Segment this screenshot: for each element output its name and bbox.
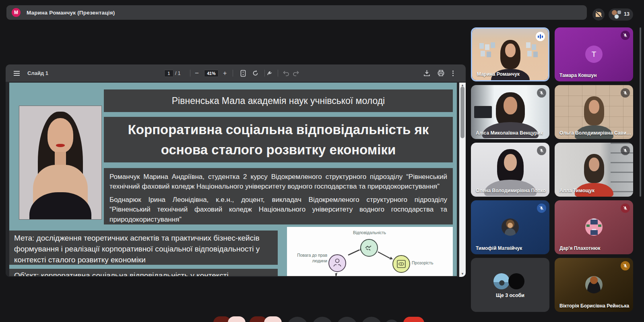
leave-call-button[interactable] [403, 317, 424, 322]
page-number-input[interactable]: 1 [164, 64, 173, 82]
avatar [585, 276, 603, 293]
zoom-level[interactable]: 41% [204, 64, 219, 82]
slide-title: Корпоративна соціальна відповідальність … [104, 117, 453, 162]
participant-tile-marina[interactable]: Марина Романчук [471, 27, 549, 81]
rotate-icon[interactable] [252, 64, 259, 82]
participant-tile-darya[interactable]: Дар'я Плахотнюк [555, 200, 633, 254]
more-options-icon[interactable] [452, 64, 454, 82]
participant-tile-victoria[interactable]: Вікторія Борисівна Рейнська [555, 258, 633, 312]
scrollbar-thumb[interactable] [460, 87, 464, 138]
slide-authors: Романчук Марина Андріївна, студентка 2 к… [104, 168, 453, 224]
viewer-body: Рівненська Мала академія наук учнівської… [6, 82, 466, 277]
participant-name: Аліса Миколаївна Венцурик [476, 130, 543, 136]
mic-muted-icon [621, 88, 630, 98]
presentation-off-icon [594, 10, 603, 19]
mic-muted-icon [537, 88, 546, 98]
more-participants-tile[interactable]: Ще 3 особи [471, 258, 549, 312]
mini-avatar [614, 14, 619, 19]
diagram-label-responsibility: Відповідальність [335, 230, 404, 235]
diagram-label-transparency: Прозорість [412, 260, 448, 265]
fit-page-icon[interactable] [240, 64, 246, 82]
slide-meta: Мета: дослідження теоретичних аспектів т… [9, 231, 278, 265]
zoom-out-button[interactable]: − [195, 64, 199, 82]
viewer-scrollbar[interactable]: ▲ ▼ [459, 83, 466, 277]
mic-muted-icon [621, 204, 630, 213]
stop-watching-button[interactable] [592, 8, 605, 21]
menu-icon[interactable] [14, 64, 20, 82]
avatar: T [585, 46, 603, 63]
participant-name: Тимофій Матвійчук [476, 245, 522, 251]
participant-name: Олена Володимирівна Попко [476, 188, 546, 193]
participant-name: Марина Романчук [477, 71, 520, 77]
mini-avatar [493, 273, 510, 289]
slide-diagram: Відповідальність Повага до прав людини П… [287, 227, 453, 276]
sidebar-scrollbar[interactable] [640, 27, 641, 197]
participant-name: Тамара Ковшун [559, 73, 597, 78]
presentation-title: Марина Романчук (Презентація) [27, 10, 115, 16]
presentation-name-pill: M Марина Романчук (Презентація) [6, 5, 587, 20]
participant-tile-olena[interactable]: Олена Володимирівна Попко [471, 143, 549, 197]
download-icon[interactable] [423, 64, 430, 82]
mini-avatar [508, 273, 524, 289]
annotate-icon[interactable] [266, 64, 273, 82]
presentation-viewer: Слайд 1 1 / 1 − 41% + [6, 64, 466, 277]
more-controls-button[interactable] [361, 317, 382, 322]
slide-object: Об'єкт: корпоративна соціальна відповіда… [9, 269, 278, 276]
diagram-label-rights: Повага до прав людини [290, 253, 327, 264]
avatar [585, 218, 603, 236]
participant-tile-olha[interactable]: Ольга Володимирівна Сави… [555, 85, 633, 139]
mic-muted-icon [537, 146, 546, 155]
presenter-photo [19, 106, 102, 220]
participant-name: Дар'я Плахотнюк [559, 245, 600, 251]
mic-muted-icon [621, 146, 630, 155]
print-icon[interactable] [438, 64, 444, 82]
reactions-button[interactable] [312, 317, 333, 322]
participant-tile-alla[interactable]: Алла Тимощук [555, 143, 633, 197]
participants-count-pill[interactable]: 13 [609, 8, 633, 21]
participant-tile-tamara[interactable]: T Тамара Ковшун [555, 27, 633, 81]
camera-options-button[interactable] [264, 316, 282, 322]
viewer-toolbar: Слайд 1 1 / 1 − 41% + [6, 64, 466, 82]
scroll-down-arrow[interactable]: ▼ [459, 271, 466, 277]
mic-muted-icon [537, 204, 546, 213]
presenter-avatar: M [12, 8, 21, 17]
present-button[interactable] [336, 317, 357, 322]
slide-header: Рівненська Мала академія наук учнівської… [104, 89, 453, 112]
participant-name: Ольга Володимирівна Сави… [559, 130, 631, 136]
participant-tile-alisa[interactable]: Аліса Миколаївна Венцурик [471, 85, 549, 139]
participant-count: 13 [624, 11, 630, 17]
slide: Рівненська Мала академія наук учнівської… [9, 83, 457, 276]
mic-options-button[interactable] [228, 316, 246, 322]
slide-name: Слайд 1 [27, 64, 48, 82]
mini-avatar [617, 10, 621, 14]
mic-muted-icon [621, 261, 630, 270]
speaking-indicator-icon [536, 32, 545, 41]
zoom-in-button[interactable]: + [223, 64, 227, 82]
captions-button[interactable] [287, 317, 308, 322]
mic-muted-icon [621, 31, 630, 40]
redo-icon[interactable] [293, 64, 299, 82]
page-total: / 1 [175, 64, 180, 82]
participant-tile-timofiy[interactable]: Тимофій Матвійчук [471, 200, 549, 254]
participant-name: Вікторія Борисівна Рейнська [559, 303, 629, 309]
more-participants-label: Ще 3 особи [471, 293, 549, 298]
participant-name: Алла Тимощук [559, 188, 594, 193]
hand-raise-button[interactable] [384, 320, 399, 322]
avatar [502, 218, 519, 236]
undo-icon[interactable] [283, 64, 289, 82]
meet-window: M Марина Романчук (Презентація) 13 Слайд… [0, 0, 644, 322]
